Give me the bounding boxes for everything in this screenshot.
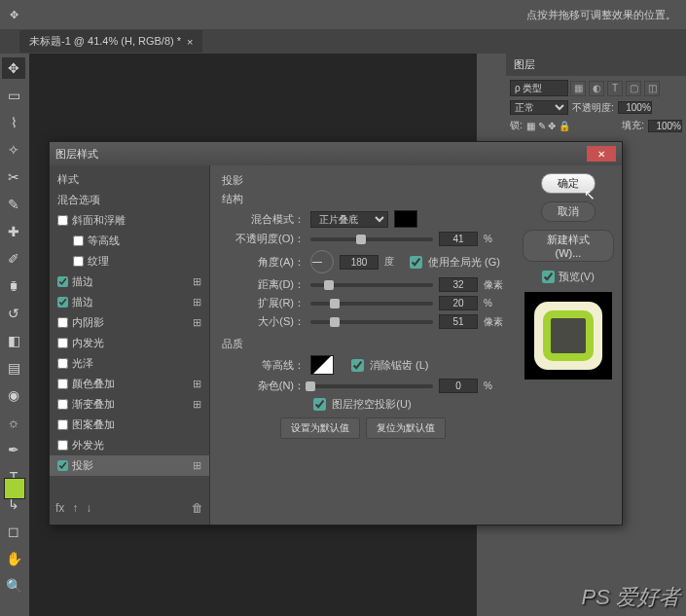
healing-tool[interactable]: ✚ [2, 221, 25, 242]
distance-label: 距离(D)： [222, 277, 305, 292]
document-tab[interactable]: 未标题-1 @ 41.4% (H, RGB/8) * × [19, 30, 202, 53]
reset-default-button[interactable]: 复位为默认值 [366, 417, 446, 439]
filter-smart-icon[interactable]: ◫ [644, 81, 660, 96]
lasso-tool[interactable]: ⌇ [2, 112, 25, 133]
move-tool[interactable]: ✥ [2, 57, 25, 79]
noise-input[interactable] [439, 379, 478, 393]
fx-bevel[interactable]: 斜面和浮雕 [50, 210, 209, 231]
quality-legend: 品质 [222, 337, 503, 351]
shadow-color-swatch[interactable] [394, 210, 417, 228]
options-hint: 点按并拖移可调整效果的位置。 [526, 8, 676, 22]
dialog-titlebar[interactable]: 图层样式 ✕ [50, 142, 622, 165]
layer-style-dialog: 图层样式 ✕ 样式 混合选项 斜面和浮雕 等高线 纹理 描边⊞ 描边⊞ 内阴影⊞… [49, 141, 623, 525]
angle-input[interactable] [340, 255, 379, 270]
dodge-tool[interactable]: ☼ [2, 412, 25, 433]
distance-slider[interactable] [310, 283, 433, 287]
eyedropper-tool[interactable]: ✎ [2, 194, 25, 215]
opacity-label: 不透明度: [572, 101, 614, 115]
blend-mode-select[interactable]: 正片叠底 [310, 211, 388, 228]
unit-px: 像素 [484, 278, 503, 292]
plus-icon[interactable]: ⊞ [193, 398, 201, 411]
fx-blending-options[interactable]: 混合选项 [50, 190, 209, 210]
fx-pattern-overlay[interactable]: 图案叠加 [50, 415, 209, 435]
fx-drop-shadow[interactable]: 投影⊞ [50, 455, 209, 476]
size-slider[interactable] [310, 320, 433, 324]
arrow-up-icon[interactable]: ↑ [72, 501, 78, 515]
brush-tool[interactable]: ✐ [2, 248, 25, 270]
marquee-tool[interactable]: ▭ [2, 85, 25, 106]
size-input[interactable] [439, 314, 478, 329]
filter-adjust-icon[interactable]: ◐ [589, 81, 604, 96]
plus-icon[interactable]: ⊞ [193, 316, 201, 329]
new-style-button[interactable]: 新建样式(W)... [523, 230, 614, 262]
crop-tool[interactable]: ✂ [2, 166, 25, 188]
make-default-button[interactable]: 设置为默认值 [280, 417, 360, 439]
noise-label: 杂色(N)： [222, 379, 305, 393]
fx-satin[interactable]: 光泽 [50, 353, 209, 374]
stamp-tool[interactable]: ⧯ [2, 275, 25, 297]
dialog-close-button[interactable]: ✕ [587, 146, 616, 162]
fx-gradient-overlay[interactable]: 渐变叠加⊞ [50, 394, 209, 415]
fx-contour[interactable]: 等高线 [50, 231, 209, 251]
plus-icon[interactable]: ⊞ [193, 275, 201, 288]
layer-filter-input[interactable] [510, 80, 568, 96]
layers-panel-title[interactable]: 图层 [506, 54, 686, 76]
move-icon[interactable]: ✥ [10, 9, 18, 21]
spread-input[interactable] [439, 296, 478, 310]
foreground-swatch[interactable] [4, 478, 25, 499]
opacity-input[interactable] [618, 101, 652, 114]
global-light-checkbox[interactable] [410, 256, 422, 269]
preview-checkbox[interactable] [542, 271, 555, 283]
unit-percent: % [484, 234, 503, 244]
knockout-checkbox[interactable] [313, 398, 326, 411]
angle-dial[interactable] [310, 250, 334, 273]
spread-slider[interactable] [310, 302, 433, 306]
fx-stroke-1[interactable]: 描边⊞ [50, 272, 209, 292]
opacity-slider[interactable] [310, 237, 433, 241]
filter-pixel-icon[interactable]: ▦ [570, 81, 586, 96]
unit-percent: % [484, 298, 503, 308]
lock-icons[interactable]: ▦ ✎ ✥ 🔒 [526, 121, 570, 131]
trash-icon[interactable]: 🗑 [192, 501, 203, 515]
lock-label: 锁: [510, 119, 523, 132]
ok-button[interactable]: 确定 [541, 173, 596, 194]
history-brush-tool[interactable]: ↺ [2, 303, 25, 324]
distance-input[interactable] [439, 277, 478, 292]
fx-outer-glow[interactable]: 外发光 [50, 435, 209, 455]
contour-picker[interactable] [310, 355, 334, 375]
fx-styles[interactable]: 样式 [50, 169, 209, 190]
unit-px: 像素 [484, 315, 503, 329]
plus-icon[interactable]: ⊞ [193, 378, 201, 390]
blur-tool[interactable]: ◉ [2, 384, 25, 406]
spread-label: 扩展(R)： [222, 296, 305, 310]
fx-color-overlay[interactable]: 颜色叠加⊞ [50, 374, 209, 394]
plus-icon[interactable]: ⊞ [193, 296, 201, 308]
arrow-down-icon[interactable]: ↓ [86, 501, 91, 515]
fx-stroke-2[interactable]: 描边⊞ [50, 292, 209, 312]
hand-tool[interactable]: ✋ [2, 548, 25, 569]
angle-label: 角度(A)： [222, 255, 305, 270]
document-tab-title: 未标题-1 @ 41.4% (H, RGB/8) * [29, 34, 181, 49]
opacity-input[interactable] [439, 232, 478, 246]
close-icon[interactable]: × [187, 36, 193, 48]
filter-type-icon[interactable]: T [607, 81, 623, 96]
noise-slider[interactable] [310, 384, 433, 388]
wand-tool[interactable]: ✧ [2, 139, 25, 161]
cancel-button[interactable]: 取消 [541, 201, 596, 222]
filter-shape-icon[interactable]: ▢ [626, 81, 641, 96]
fx-inner-glow[interactable]: 内发光 [50, 333, 209, 353]
gradient-tool[interactable]: ▤ [2, 357, 25, 379]
plus-icon[interactable]: ⊞ [193, 459, 201, 472]
antialiased-label: 消除锯齿 (L) [370, 358, 429, 373]
shape-tool[interactable]: ◻ [2, 521, 25, 542]
layer-blend-select[interactable]: 正常 [510, 100, 568, 115]
fx-manager-icon[interactable]: fx [55, 501, 64, 515]
preview-toggle[interactable]: 预览(V) [542, 270, 595, 284]
fx-texture[interactable]: 纹理 [50, 251, 209, 272]
fill-input[interactable] [648, 120, 682, 132]
antialiased-checkbox[interactable] [351, 359, 364, 372]
fx-inner-shadow[interactable]: 内阴影⊞ [50, 312, 209, 333]
pen-tool[interactable]: ✒ [2, 439, 25, 460]
eraser-tool[interactable]: ◧ [2, 330, 25, 351]
zoom-tool[interactable]: 🔍 [2, 575, 25, 597]
